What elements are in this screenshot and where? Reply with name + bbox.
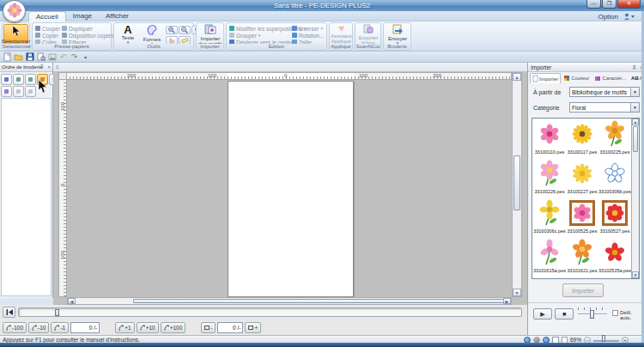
- design-property-icon[interactable]: [36, 52, 46, 62]
- stitch-counter-field[interactable]: 0 /-: [70, 322, 100, 333]
- next-color-button[interactable]: +: [245, 322, 261, 333]
- workspace-splitter[interactable]: ≡: [53, 63, 527, 72]
- pattern-scroll-down[interactable]: ▼: [632, 271, 639, 278]
- color-counter-field[interactable]: 0 /-: [217, 322, 243, 333]
- ribbon-item-rotation[interactable]: Rotation...: [292, 32, 325, 39]
- tab-accueil[interactable]: Accueil: [28, 11, 66, 21]
- panel-pin-icon[interactable]: ⊼: [40, 63, 44, 72]
- customize-caret-icon[interactable]: ▾: [81, 52, 90, 62]
- scroll-left-button[interactable]: ◀: [68, 298, 76, 304]
- close-button[interactable]: ✕: [617, 0, 641, 9]
- pattern-thumbnail[interactable]: 33100306c.pes: [533, 199, 566, 239]
- image-wizard-icon[interactable]: [47, 52, 57, 62]
- scroll-down-button[interactable]: ▼: [513, 289, 521, 296]
- order-tool-lock-a-button[interactable]: [13, 86, 24, 97]
- ribbon-item-inverser[interactable]: Inverser▾: [292, 25, 325, 32]
- application-menu-button[interactable]: [3, 0, 26, 22]
- category-select[interactable]: Floral ▼: [569, 102, 640, 113]
- zoom-in-button[interactable]: [166, 26, 178, 34]
- redo-icon[interactable]: ↷: [70, 52, 79, 62]
- category-select-caret[interactable]: ▼: [630, 103, 639, 112]
- pattern-thumbnail[interactable]: 33100225.pes: [598, 120, 631, 160]
- stitch-back-100-button[interactable]: -100: [3, 322, 27, 333]
- tab-image[interactable]: Image: [66, 11, 99, 21]
- pattern-thumbnail[interactable]: 33100110.pes: [533, 120, 566, 160]
- pattern-thumbnail[interactable]: 33100227.pes: [566, 160, 598, 199]
- pattern-thumbnail[interactable]: 33100527.pes: [598, 199, 631, 239]
- stitch-forward-1-button[interactable]: +1: [115, 322, 134, 333]
- select-tool-button[interactable]: Sélectionner ▾: [3, 24, 28, 45]
- zoom-out-button[interactable]: [179, 26, 191, 34]
- scroll-right-button[interactable]: ▶: [503, 298, 511, 304]
- order-tool-grid-button[interactable]: [1, 74, 12, 85]
- design-viewport[interactable]: [67, 80, 512, 297]
- stitch-forward-10-button[interactable]: +10: [137, 322, 159, 333]
- jump-to-start-button[interactable]: [3, 307, 15, 318]
- text-tool-button[interactable]: A Texte ▾: [117, 24, 139, 44]
- speed-slider-thumb[interactable]: [590, 310, 594, 319]
- pattern-thumbnail[interactable]: 33101615a.pes: [533, 239, 566, 278]
- horizontal-scroll-thumb[interactable]: [133, 299, 504, 303]
- pattern-thumbnail[interactable]: 33101621.pes: [566, 239, 598, 278]
- stitch-forward-100-button[interactable]: +100: [161, 322, 186, 333]
- from-select[interactable]: Bibliothèque de motifs ▼: [569, 87, 640, 97]
- ribbon-tabs: AccueilImageAfficher: [28, 11, 136, 21]
- autoscroll-checkbox[interactable]: [612, 310, 618, 316]
- design-page[interactable]: [228, 81, 354, 297]
- pattern-thumbnail[interactable]: 33100525.pes: [566, 199, 598, 239]
- stitch-progress-track[interactable]: [18, 307, 522, 317]
- stitch-back-1-button[interactable]: -1: [51, 322, 69, 333]
- maximize-button[interactable]: ❐: [602, 0, 617, 9]
- zoom-slider[interactable]: [593, 338, 619, 342]
- applique-wizard-button[interactable]: ♥ Assistant Appliqué: [331, 24, 352, 44]
- title-bar[interactable]: Sans titre - PE-DESIGN PLUS2 — ❐ ✕: [0, 0, 644, 11]
- minimize-button[interactable]: —: [586, 0, 601, 9]
- preview-stop-button[interactable]: ■: [555, 308, 574, 320]
- option-menu[interactable]: Option: [598, 13, 618, 21]
- ribbon-item-disposition-copies[interactable]: Disposition copies▾: [62, 32, 118, 39]
- scroll-up-button[interactable]: ▲: [513, 73, 521, 81]
- stitch-back-10-button[interactable]: -10: [28, 322, 49, 333]
- zoom-percentage: 69%: [570, 337, 581, 343]
- new-document-icon[interactable]: [3, 52, 12, 62]
- import-tab-importer[interactable]: Importer: [530, 73, 561, 83]
- import-button[interactable]: Importer: [562, 283, 604, 297]
- ribbon-item-copier[interactable]: Copier: [35, 32, 60, 39]
- order-tool-group-a-button[interactable]: [13, 74, 24, 85]
- import-pin-icon[interactable]: ⊼: [632, 63, 636, 72]
- pattern-thumbnail[interactable]: 33100226.pes: [533, 160, 566, 199]
- help-person-icon[interactable]: [623, 13, 637, 21]
- pattern-thumbnail[interactable]: 33100117.pes: [566, 120, 598, 160]
- import-tab-couleur[interactable]: Couleur: [561, 73, 592, 83]
- stitch-progress-thumb[interactable]: [55, 309, 59, 316]
- sewing-order-list[interactable]: [1, 98, 52, 296]
- import-tab-caracter[interactable]: Caractér...: [592, 73, 629, 83]
- order-tool-recolor-button[interactable]: [1, 86, 12, 97]
- zoom-slider-thumb[interactable]: [602, 335, 605, 342]
- ribbon-item-couper[interactable]: Couper: [35, 25, 60, 32]
- order-tool-group-b-button[interactable]: [25, 74, 36, 85]
- grouper-caret[interactable]: ▾: [258, 33, 261, 38]
- pattern-scroll-up[interactable]: ▲: [632, 119, 639, 125]
- preview-play-button[interactable]: ▶: [533, 308, 552, 320]
- page-icon: [532, 75, 538, 83]
- inverser-caret[interactable]: ▾: [320, 26, 323, 31]
- pattern-thumbnail[interactable]: 33102525a.pes: [598, 239, 631, 278]
- pattern-scroll-thumb[interactable]: [633, 126, 638, 152]
- send-button[interactable]: Envoyer ▾: [385, 24, 410, 45]
- horizontal-scrollbar[interactable]: ◀ ▶: [67, 297, 512, 305]
- panel-close-icon[interactable]: ×: [47, 63, 51, 72]
- ribbon-item-dupliquer[interactable]: Dupliquer: [62, 25, 118, 32]
- save-icon[interactable]: [25, 52, 34, 62]
- vertical-scrollbar[interactable]: ▲ ▼: [512, 72, 522, 297]
- order-tool-lock-b-button[interactable]: [25, 86, 36, 97]
- open-file-icon[interactable]: [14, 52, 23, 62]
- vertical-scroll-thumb[interactable]: [513, 155, 520, 210]
- pattern-list-scrollbar[interactable]: ▲ ▼: [631, 119, 639, 278]
- tab-afficher[interactable]: Afficher: [99, 11, 136, 21]
- shapes-tool-button[interactable]: Formes ▾: [141, 24, 163, 46]
- from-select-caret[interactable]: ▼: [630, 88, 639, 96]
- undo-icon[interactable]: ↶: [58, 52, 68, 62]
- previous-color-button[interactable]: -: [201, 322, 216, 333]
- pattern-thumbnail[interactable]: 33100306b.pes: [598, 160, 631, 199]
